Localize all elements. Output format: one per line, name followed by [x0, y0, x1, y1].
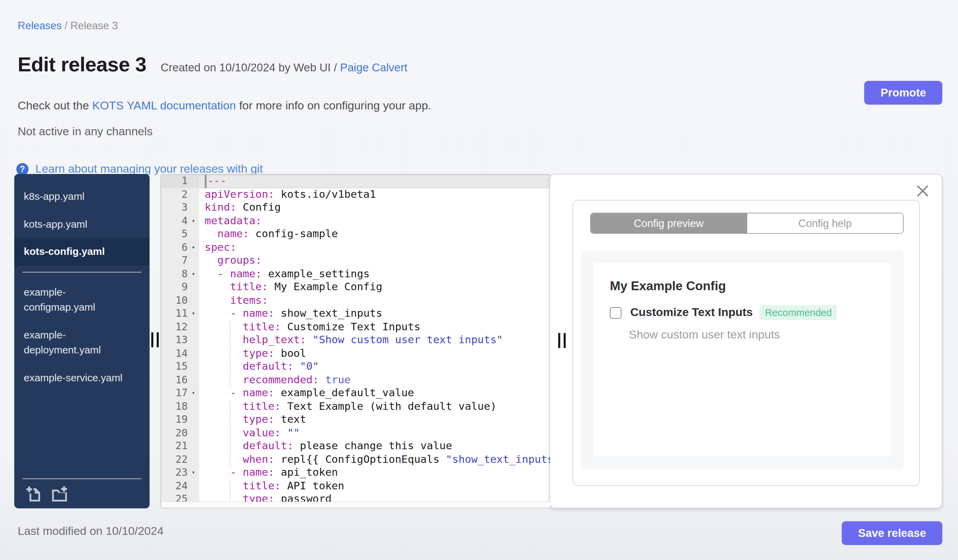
code-line-22[interactable]: 22 when: repl{{ ConfigOptionEquals "show…	[161, 453, 550, 466]
file-item-kots-config-yaml[interactable]: kots-config.yaml	[14, 238, 149, 266]
file-item-example-service-yaml[interactable]: example-service.yaml	[14, 364, 149, 391]
promote-button[interactable]: Promote	[864, 81, 942, 104]
editor-horizontal-scrollbar[interactable]	[161, 501, 550, 508]
file-group-divider	[22, 272, 141, 272]
preview-inset: My Example Config Customize Text Inputs …	[581, 250, 904, 469]
author-link[interactable]: Paige Calvert	[340, 61, 407, 73]
line-gutter: 6▾	[161, 241, 199, 254]
file-item-example-deployment-yaml[interactable]: example-deployment.yaml	[14, 321, 149, 364]
save-release-button[interactable]: Save release	[842, 521, 942, 545]
fold-toggle-icon[interactable]: ▾	[188, 267, 199, 281]
breadcrumb: Releases / Release 3	[18, 20, 118, 32]
fold-toggle-icon[interactable]: ▾	[188, 466, 199, 479]
line-content: name: config-sample	[199, 228, 338, 241]
line-content: metadata:	[199, 214, 262, 228]
tab-config-help[interactable]: Config help	[747, 214, 903, 233]
code-line-15[interactable]: 15 default: "0"	[161, 360, 550, 373]
fold-toggle-icon[interactable]: ▾	[188, 307, 199, 320]
doc-line: Check out the KOTS YAML documentation fo…	[18, 99, 431, 113]
code-line-6[interactable]: 6▾spec:	[161, 241, 550, 254]
code-line-17[interactable]: 17▾ - name: example_default_value	[161, 387, 550, 400]
file-item-example-configmap-yaml[interactable]: example-configmap.yaml	[14, 278, 149, 321]
line-gutter: 18	[161, 400, 199, 413]
breadcrumb-releases-link[interactable]: Releases	[18, 20, 62, 31]
code-line-18[interactable]: 18 title: Text Example (with default val…	[161, 400, 550, 413]
code-line-14[interactable]: 14 type: bool	[161, 347, 550, 360]
code-line-10[interactable]: 10 items:	[161, 294, 550, 307]
line-gutter: 8▾	[161, 267, 199, 281]
code-line-23[interactable]: 23▾ - name: api_token	[161, 466, 550, 479]
kots-yaml-doc-link[interactable]: KOTS YAML documentation	[92, 99, 236, 112]
line-content: - name: example_settings	[199, 267, 370, 281]
new-folder-icon[interactable]	[51, 485, 68, 502]
code-line-16[interactable]: 16 recommended: true	[161, 373, 550, 387]
edit-release-page: Releases / Release 3 Edit release 3 Crea…	[0, 0, 958, 560]
line-gutter: 3	[161, 201, 199, 214]
fold-toggle-icon[interactable]: ▾	[188, 241, 199, 254]
doc-post: for more info on configuring your app.	[236, 99, 431, 112]
config-preview-panel: Config preview Config help My Example Co…	[549, 174, 942, 508]
tab-config-preview[interactable]: Config preview	[591, 214, 747, 233]
yaml-editor[interactable]: 1---2apiVersion: kots.io/v1beta13kind: C…	[160, 174, 550, 508]
line-content: type: text	[199, 413, 306, 426]
line-number: 24	[161, 479, 188, 493]
code-line-5[interactable]: 5 name: config-sample	[161, 228, 550, 241]
line-gutter: 11▾	[161, 307, 199, 320]
code-line-12[interactable]: 12 title: Customize Text Inputs	[161, 320, 550, 334]
line-number: 14	[161, 347, 188, 360]
line-number: 12	[161, 320, 188, 334]
line-content: value: ""	[199, 426, 300, 440]
line-number: 16	[161, 373, 188, 387]
code-line-8[interactable]: 8▾ - name: example_settings	[161, 267, 550, 281]
file-item-kots-app-yaml[interactable]: kots-app.yaml	[14, 210, 149, 238]
code-line-21[interactable]: 21 default: please change this value	[161, 440, 550, 453]
code-line-1[interactable]: 1---	[161, 175, 550, 188]
code-line-20[interactable]: 20 value: ""	[161, 426, 550, 440]
line-gutter: 16	[161, 373, 199, 387]
line-content: groups:	[199, 254, 262, 267]
code-line-7[interactable]: 7 groups:	[161, 254, 550, 267]
config-group-card: My Example Config Customize Text Inputs …	[593, 263, 891, 456]
code-line-13[interactable]: 13 help_text: "Show custom user text inp…	[161, 334, 550, 347]
line-number: 9	[161, 281, 188, 294]
code-line-11[interactable]: 11▾ - name: show_text_inputs	[161, 307, 550, 320]
code-line-2[interactable]: 2apiVersion: kots.io/v1beta1	[161, 188, 550, 201]
fold-toggle-icon[interactable]: ▾	[188, 214, 199, 228]
channel-status: Not active in any channels	[18, 125, 153, 139]
line-content: - name: example_default_value	[199, 387, 414, 400]
line-content: default: "0"	[199, 360, 319, 373]
panel-resize-handle[interactable]	[558, 333, 566, 348]
code-line-19[interactable]: 19 type: text	[161, 413, 550, 426]
fold-toggle-icon[interactable]: ▾	[188, 387, 199, 400]
file-item-k8s-app-yaml[interactable]: k8s-app.yaml	[14, 183, 149, 210]
close-icon[interactable]	[917, 185, 929, 197]
line-content: recommended: true	[199, 373, 351, 387]
line-content: kind: Config	[199, 201, 281, 214]
code-line-9[interactable]: 9 title: My Example Config	[161, 281, 550, 294]
line-gutter: 24	[161, 479, 199, 493]
line-content: when: repl{{ ConfigOptionEquals "show_te…	[199, 453, 550, 466]
line-number: 23	[161, 466, 188, 479]
recommended-badge: Recommended	[760, 305, 837, 320]
line-number: 20	[161, 426, 188, 440]
line-number: 17	[161, 387, 188, 400]
line-number: 7	[161, 254, 188, 267]
new-file-icon[interactable]	[25, 485, 42, 502]
code-line-24[interactable]: 24 title: API token	[161, 479, 550, 493]
code-line-3[interactable]: 3kind: Config	[161, 201, 550, 214]
config-item-checkbox[interactable]	[610, 307, 622, 318]
line-content: title: Customize Text Inputs	[199, 320, 420, 334]
editor-code-area[interactable]: 1---2apiVersion: kots.io/v1beta13kind: C…	[161, 175, 550, 506]
line-number: 2	[161, 188, 188, 201]
config-item-row: Customize Text Inputs Recommended	[610, 305, 837, 320]
line-number: 22	[161, 453, 188, 466]
title-row: Edit release 3 Created on 10/10/2024 by …	[18, 53, 407, 76]
help-icon: ?	[16, 163, 29, 176]
line-gutter: 12	[161, 320, 199, 334]
sidebar-resize-handle[interactable]	[151, 332, 159, 347]
line-content: type: bool	[199, 347, 306, 360]
line-content: items:	[199, 294, 268, 307]
code-line-4[interactable]: 4▾metadata:	[161, 214, 550, 228]
last-modified-text: Last modified on 10/10/2024	[18, 525, 163, 538]
sidebar-footer	[22, 478, 141, 508]
